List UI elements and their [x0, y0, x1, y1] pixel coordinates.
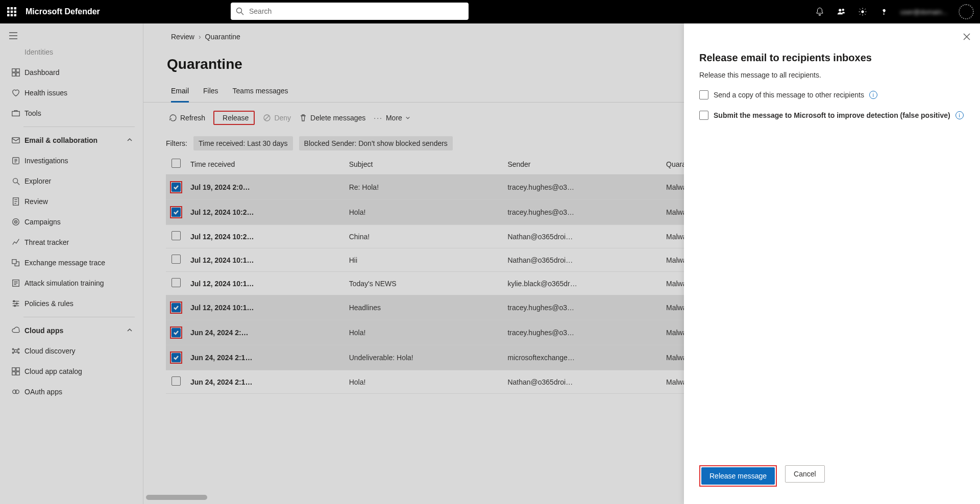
option-submit-microsoft[interactable]: Submit the message to Microsoft to impro…	[684, 99, 980, 120]
sidebar-item-policies-rules[interactable]: Policies & rules	[0, 293, 143, 314]
cell-sender: tracey.hughes@o3…	[503, 295, 662, 320]
cell-subject: Hii	[345, 248, 504, 272]
nav-icon	[8, 68, 23, 77]
filters-label: Filters:	[166, 139, 187, 147]
filter-time[interactable]: Time received: Last 30 days	[193, 136, 293, 150]
help-icon[interactable]	[879, 7, 889, 17]
community-icon[interactable]	[836, 7, 846, 17]
tab-email[interactable]: Email	[171, 87, 189, 103]
top-icons: user@domain...	[815, 0, 974, 23]
search-input[interactable]: Search	[231, 3, 469, 20]
row-checkbox[interactable]	[172, 208, 181, 217]
svg-rect-23	[12, 138, 19, 143]
sidebar-item-explorer[interactable]: Explorer	[0, 171, 143, 191]
col-time[interactable]: Time received	[186, 154, 345, 175]
cancel-button[interactable]: Cancel	[785, 465, 825, 483]
nav-icon	[8, 367, 23, 376]
row-checkbox[interactable]	[172, 278, 181, 287]
close-button[interactable]	[963, 33, 971, 43]
svg-rect-54	[12, 368, 15, 371]
sidebar-item-identities[interactable]: Identities	[0, 42, 143, 62]
sidebar-item-cloud-discovery[interactable]: Cloud discovery	[0, 341, 143, 361]
sidebar-item-health-issues[interactable]: Health issues	[0, 83, 143, 103]
cell-time: Jul 12, 2024 10:1…	[186, 295, 345, 320]
svg-line-52	[14, 352, 15, 352]
app-launcher[interactable]	[0, 0, 23, 23]
mail-icon	[8, 136, 23, 145]
svg-rect-56	[12, 372, 15, 375]
cell-time: Jul 12, 2024 10:1…	[186, 272, 345, 295]
sidebar-item-tools[interactable]: Tools	[0, 103, 143, 123]
sidebar-item-campaigns[interactable]: Campaigns	[0, 212, 143, 232]
nav-icon	[8, 109, 23, 118]
sidebar-item-review[interactable]: Review	[0, 191, 143, 212]
svg-rect-57	[16, 372, 19, 375]
cell-subject: China!	[345, 225, 504, 248]
col-subject[interactable]: Subject	[345, 154, 504, 175]
more-button[interactable]: ··· More	[374, 114, 410, 122]
chevron-up-icon	[127, 326, 133, 335]
settings-icon[interactable]	[857, 7, 868, 17]
horizontal-scrollbar[interactable]	[145, 495, 472, 502]
checkbox[interactable]	[699, 90, 708, 99]
filter-blocked[interactable]: Blocked Sender: Don't show blocked sende…	[299, 136, 453, 150]
svg-rect-5	[14, 11, 17, 13]
row-checkbox[interactable]	[172, 328, 181, 337]
sidebar-item-investigations[interactable]: Investigations	[0, 150, 143, 171]
cell-time: Jul 12, 2024 10:1…	[186, 248, 345, 272]
svg-point-59	[15, 390, 19, 393]
svg-point-45	[14, 349, 17, 352]
delete-button[interactable]: Delete messages	[299, 114, 365, 122]
row-checkbox[interactable]	[172, 303, 181, 312]
cell-sender: tracey.hughes@o3…	[503, 200, 662, 225]
sidebar-item-oauth-apps[interactable]: OAuth apps	[0, 382, 143, 402]
checkbox[interactable]	[699, 111, 708, 120]
svg-point-12	[842, 9, 844, 11]
tab-teams[interactable]: Teams messages	[233, 87, 288, 102]
sidebar: Identities DashboardHealth issuesTools E…	[0, 41, 143, 504]
row-checkbox[interactable]	[172, 376, 181, 386]
panel-title: Release email to recipients inboxes	[684, 23, 980, 64]
svg-line-50	[14, 349, 15, 350]
sidebar-item-exchange-message-trace[interactable]: Exchange message trace	[0, 253, 143, 273]
sidebar-item-attack-simulation-training[interactable]: Attack simulation training	[0, 273, 143, 293]
svg-line-51	[17, 349, 18, 350]
cell-sender: tracey.hughes@o3…	[503, 320, 662, 345]
sidebar-section-email[interactable]: Email & collaboration	[0, 130, 143, 150]
sidebar-item-dashboard[interactable]: Dashboard	[0, 62, 143, 83]
cell-time: Jun 24, 2024 2:1…	[186, 345, 345, 370]
svg-rect-3	[7, 11, 10, 13]
select-all-checkbox[interactable]	[172, 159, 181, 168]
cloud-icon	[8, 326, 23, 335]
cell-sender: microsoftexchange…	[503, 345, 662, 370]
app-title: Microsoft Defender	[26, 7, 100, 16]
col-sender[interactable]: Sender	[503, 154, 662, 175]
release-button[interactable]: Release	[213, 111, 255, 125]
cell-time: Jun 24, 2024 2:…	[186, 320, 345, 345]
nav-icon	[8, 177, 23, 186]
refresh-button[interactable]: Refresh	[169, 114, 205, 122]
notifications-icon[interactable]	[815, 7, 825, 17]
row-checkbox[interactable]	[172, 255, 181, 264]
cell-subject: Headlines	[345, 295, 504, 320]
tab-files[interactable]: Files	[203, 87, 218, 102]
info-icon[interactable]: i	[955, 111, 964, 119]
breadcrumb-review[interactable]: Review	[171, 33, 194, 41]
row-checkbox[interactable]	[172, 231, 181, 240]
sidebar-item-cloud-app-catalog[interactable]: Cloud app catalog	[0, 361, 143, 382]
svg-point-11	[839, 9, 842, 12]
svg-rect-20	[12, 73, 15, 76]
release-message-button[interactable]: Release message	[701, 467, 775, 485]
row-checkbox[interactable]	[172, 353, 181, 362]
svg-rect-21	[16, 73, 19, 76]
info-icon[interactable]: i	[869, 91, 877, 99]
row-checkbox[interactable]	[172, 183, 181, 192]
nav-icon	[8, 279, 23, 288]
top-bar: Microsoft Defender Search user@domain...	[0, 0, 980, 23]
deny-button[interactable]: Deny	[263, 114, 291, 122]
sidebar-section-cloud[interactable]: Cloud apps	[0, 320, 143, 341]
option-send-copy[interactable]: Send a copy of this message to other rec…	[684, 79, 980, 99]
avatar[interactable]	[959, 4, 974, 19]
cell-sender: Nathan@o365droi…	[503, 248, 662, 272]
sidebar-item-threat-tracker[interactable]: Threat tracker	[0, 232, 143, 253]
